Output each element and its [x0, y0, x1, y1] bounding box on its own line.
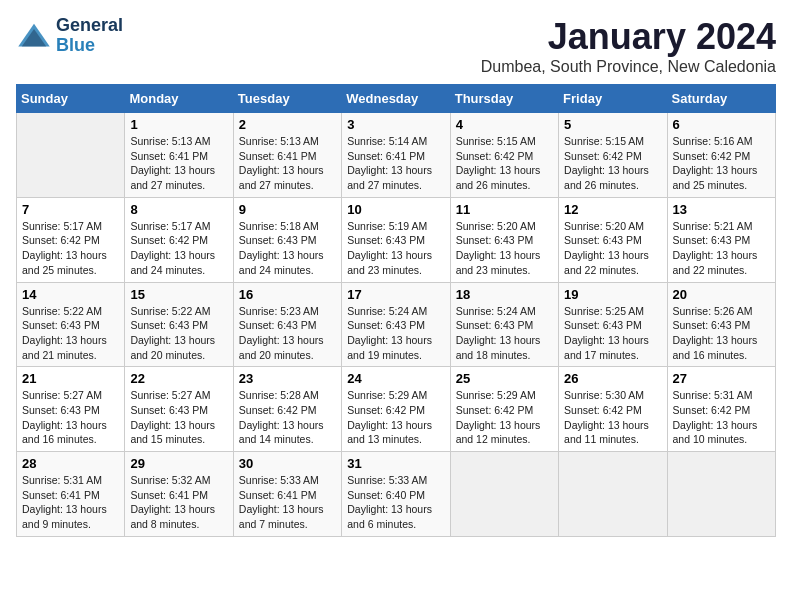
day-number: 30 [239, 456, 336, 471]
calendar-cell: 2Sunrise: 5:13 AM Sunset: 6:41 PM Daylig… [233, 113, 341, 198]
day-number: 6 [673, 117, 770, 132]
day-info: Sunrise: 5:29 AM Sunset: 6:42 PM Dayligh… [456, 388, 553, 447]
day-info: Sunrise: 5:28 AM Sunset: 6:42 PM Dayligh… [239, 388, 336, 447]
day-number: 23 [239, 371, 336, 386]
calendar-cell: 5Sunrise: 5:15 AM Sunset: 6:42 PM Daylig… [559, 113, 667, 198]
calendar-cell: 31Sunrise: 5:33 AM Sunset: 6:40 PM Dayli… [342, 452, 450, 537]
day-number: 11 [456, 202, 553, 217]
day-info: Sunrise: 5:17 AM Sunset: 6:42 PM Dayligh… [22, 219, 119, 278]
calendar-cell [559, 452, 667, 537]
header-cell-thursday: Thursday [450, 85, 558, 113]
calendar-week-row: 7Sunrise: 5:17 AM Sunset: 6:42 PM Daylig… [17, 197, 776, 282]
calendar-cell [450, 452, 558, 537]
day-info: Sunrise: 5:20 AM Sunset: 6:43 PM Dayligh… [564, 219, 661, 278]
calendar-cell: 13Sunrise: 5:21 AM Sunset: 6:43 PM Dayli… [667, 197, 775, 282]
calendar-cell [667, 452, 775, 537]
day-info: Sunrise: 5:16 AM Sunset: 6:42 PM Dayligh… [673, 134, 770, 193]
calendar-cell: 30Sunrise: 5:33 AM Sunset: 6:41 PM Dayli… [233, 452, 341, 537]
calendar-week-row: 1Sunrise: 5:13 AM Sunset: 6:41 PM Daylig… [17, 113, 776, 198]
calendar-cell: 25Sunrise: 5:29 AM Sunset: 6:42 PM Dayli… [450, 367, 558, 452]
calendar-cell: 7Sunrise: 5:17 AM Sunset: 6:42 PM Daylig… [17, 197, 125, 282]
calendar-cell: 18Sunrise: 5:24 AM Sunset: 6:43 PM Dayli… [450, 282, 558, 367]
day-number: 16 [239, 287, 336, 302]
calendar-cell: 24Sunrise: 5:29 AM Sunset: 6:42 PM Dayli… [342, 367, 450, 452]
day-info: Sunrise: 5:33 AM Sunset: 6:40 PM Dayligh… [347, 473, 444, 532]
month-year-title: January 2024 [481, 16, 776, 58]
logo-text: General Blue [56, 16, 123, 56]
calendar-week-row: 28Sunrise: 5:31 AM Sunset: 6:41 PM Dayli… [17, 452, 776, 537]
day-number: 18 [456, 287, 553, 302]
day-info: Sunrise: 5:30 AM Sunset: 6:42 PM Dayligh… [564, 388, 661, 447]
calendar-cell: 17Sunrise: 5:24 AM Sunset: 6:43 PM Dayli… [342, 282, 450, 367]
day-info: Sunrise: 5:27 AM Sunset: 6:43 PM Dayligh… [130, 388, 227, 447]
day-number: 4 [456, 117, 553, 132]
logo: General Blue [16, 16, 123, 56]
calendar-header-row: SundayMondayTuesdayWednesdayThursdayFrid… [17, 85, 776, 113]
day-number: 1 [130, 117, 227, 132]
header-cell-monday: Monday [125, 85, 233, 113]
calendar-cell: 20Sunrise: 5:26 AM Sunset: 6:43 PM Dayli… [667, 282, 775, 367]
day-info: Sunrise: 5:13 AM Sunset: 6:41 PM Dayligh… [130, 134, 227, 193]
day-number: 24 [347, 371, 444, 386]
day-info: Sunrise: 5:22 AM Sunset: 6:43 PM Dayligh… [130, 304, 227, 363]
header-cell-wednesday: Wednesday [342, 85, 450, 113]
title-area: January 2024 Dumbea, South Province, New… [481, 16, 776, 76]
day-number: 28 [22, 456, 119, 471]
header-cell-friday: Friday [559, 85, 667, 113]
calendar-cell: 16Sunrise: 5:23 AM Sunset: 6:43 PM Dayli… [233, 282, 341, 367]
day-info: Sunrise: 5:13 AM Sunset: 6:41 PM Dayligh… [239, 134, 336, 193]
calendar-cell: 14Sunrise: 5:22 AM Sunset: 6:43 PM Dayli… [17, 282, 125, 367]
day-number: 8 [130, 202, 227, 217]
logo-icon [16, 22, 52, 50]
day-number: 9 [239, 202, 336, 217]
logo-line1: General [56, 16, 123, 36]
calendar-cell: 21Sunrise: 5:27 AM Sunset: 6:43 PM Dayli… [17, 367, 125, 452]
day-info: Sunrise: 5:24 AM Sunset: 6:43 PM Dayligh… [456, 304, 553, 363]
day-info: Sunrise: 5:14 AM Sunset: 6:41 PM Dayligh… [347, 134, 444, 193]
day-number: 13 [673, 202, 770, 217]
day-number: 21 [22, 371, 119, 386]
day-info: Sunrise: 5:20 AM Sunset: 6:43 PM Dayligh… [456, 219, 553, 278]
day-number: 17 [347, 287, 444, 302]
day-info: Sunrise: 5:24 AM Sunset: 6:43 PM Dayligh… [347, 304, 444, 363]
day-info: Sunrise: 5:31 AM Sunset: 6:41 PM Dayligh… [22, 473, 119, 532]
day-number: 2 [239, 117, 336, 132]
calendar-cell: 19Sunrise: 5:25 AM Sunset: 6:43 PM Dayli… [559, 282, 667, 367]
day-info: Sunrise: 5:15 AM Sunset: 6:42 PM Dayligh… [564, 134, 661, 193]
day-number: 15 [130, 287, 227, 302]
day-info: Sunrise: 5:27 AM Sunset: 6:43 PM Dayligh… [22, 388, 119, 447]
day-info: Sunrise: 5:19 AM Sunset: 6:43 PM Dayligh… [347, 219, 444, 278]
calendar-cell [17, 113, 125, 198]
calendar-week-row: 14Sunrise: 5:22 AM Sunset: 6:43 PM Dayli… [17, 282, 776, 367]
calendar-cell: 8Sunrise: 5:17 AM Sunset: 6:42 PM Daylig… [125, 197, 233, 282]
day-info: Sunrise: 5:17 AM Sunset: 6:42 PM Dayligh… [130, 219, 227, 278]
header-cell-tuesday: Tuesday [233, 85, 341, 113]
day-info: Sunrise: 5:15 AM Sunset: 6:42 PM Dayligh… [456, 134, 553, 193]
day-info: Sunrise: 5:31 AM Sunset: 6:42 PM Dayligh… [673, 388, 770, 447]
day-number: 12 [564, 202, 661, 217]
day-number: 25 [456, 371, 553, 386]
day-info: Sunrise: 5:29 AM Sunset: 6:42 PM Dayligh… [347, 388, 444, 447]
day-number: 31 [347, 456, 444, 471]
day-info: Sunrise: 5:25 AM Sunset: 6:43 PM Dayligh… [564, 304, 661, 363]
day-info: Sunrise: 5:21 AM Sunset: 6:43 PM Dayligh… [673, 219, 770, 278]
day-number: 3 [347, 117, 444, 132]
header-cell-saturday: Saturday [667, 85, 775, 113]
day-info: Sunrise: 5:26 AM Sunset: 6:43 PM Dayligh… [673, 304, 770, 363]
calendar-cell: 29Sunrise: 5:32 AM Sunset: 6:41 PM Dayli… [125, 452, 233, 537]
calendar-cell: 6Sunrise: 5:16 AM Sunset: 6:42 PM Daylig… [667, 113, 775, 198]
logo-line2: Blue [56, 35, 95, 55]
calendar-cell: 4Sunrise: 5:15 AM Sunset: 6:42 PM Daylig… [450, 113, 558, 198]
day-number: 14 [22, 287, 119, 302]
day-number: 10 [347, 202, 444, 217]
day-number: 26 [564, 371, 661, 386]
page-header: General Blue January 2024 Dumbea, South … [16, 16, 776, 76]
day-number: 29 [130, 456, 227, 471]
calendar-cell: 12Sunrise: 5:20 AM Sunset: 6:43 PM Dayli… [559, 197, 667, 282]
header-cell-sunday: Sunday [17, 85, 125, 113]
calendar-cell: 15Sunrise: 5:22 AM Sunset: 6:43 PM Dayli… [125, 282, 233, 367]
location-subtitle: Dumbea, South Province, New Caledonia [481, 58, 776, 76]
calendar-week-row: 21Sunrise: 5:27 AM Sunset: 6:43 PM Dayli… [17, 367, 776, 452]
day-number: 7 [22, 202, 119, 217]
day-info: Sunrise: 5:23 AM Sunset: 6:43 PM Dayligh… [239, 304, 336, 363]
